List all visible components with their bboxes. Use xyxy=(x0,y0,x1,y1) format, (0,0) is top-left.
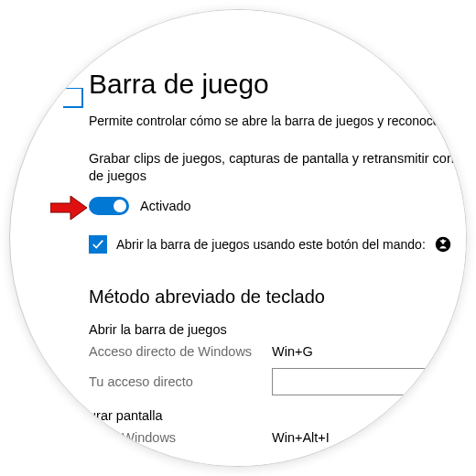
capture-shortcut-row: to de Windows Win+Alt+I xyxy=(89,430,459,445)
toggle-state-label: Activado xyxy=(140,199,191,213)
circle-frame: Barra de juego Permite controlar cómo se… xyxy=(9,9,467,467)
capture-shortcut-label: to de Windows xyxy=(89,430,272,445)
open-gamebar-label: Abrir la barra de juegos xyxy=(89,322,459,337)
content-area: Barra de juego Permite controlar cómo se… xyxy=(36,69,466,445)
page-title: Barra de juego xyxy=(89,69,459,100)
settings-pane: Barra de juego Permite controlar cómo se… xyxy=(36,10,466,466)
callout-arrow-icon xyxy=(50,196,87,222)
controller-checkbox[interactable] xyxy=(89,235,107,254)
windows-shortcut-label: Acceso directo de Windows xyxy=(89,344,272,359)
page-description: Permite controlar cómo se abre la barra … xyxy=(89,113,459,130)
user-shortcut-input[interactable] xyxy=(272,368,427,395)
capture-shortcut-value: Win+Alt+I xyxy=(272,430,330,445)
controller-checkbox-row: Abrir la barra de juegos usando este bot… xyxy=(89,235,459,254)
toggle-knob xyxy=(114,200,126,212)
controller-checkbox-label: Abrir la barra de juegos usando este bot… xyxy=(116,237,426,252)
xbox-icon xyxy=(435,236,451,253)
user-shortcut-label: Tu acceso directo xyxy=(89,374,272,389)
capture-screen-label: urar pantalla xyxy=(89,408,459,423)
sidebar-selection-fragment xyxy=(63,88,83,108)
keyboard-shortcuts-heading: Método abreviado de teclado xyxy=(89,287,459,308)
checkmark-icon xyxy=(92,238,104,251)
record-description: Grabar clips de juegos, capturas de pant… xyxy=(89,150,459,186)
gamebar-toggle[interactable] xyxy=(89,197,129,215)
user-shortcut-row: Tu acceso directo xyxy=(89,368,459,395)
toggle-row: Activado xyxy=(89,197,459,215)
windows-shortcut-row: Acceso directo de Windows Win+G xyxy=(89,344,459,359)
windows-shortcut-value: Win+G xyxy=(272,344,313,359)
